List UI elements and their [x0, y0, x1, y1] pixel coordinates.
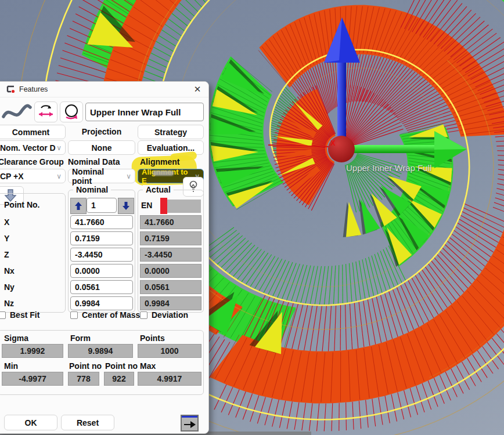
point-up-button[interactable] [70, 198, 87, 214]
row-label-nx: Nx [4, 266, 15, 276]
comment-label: Comment [12, 128, 50, 137]
none-button[interactable]: None [68, 140, 135, 155]
actual-nz-text: 0.9984 [145, 299, 170, 308]
ok-label: OK [25, 418, 37, 427]
actual-x-text: 41.7660 [145, 217, 174, 227]
point-labels-frame [0, 193, 66, 313]
actual-nx-value: 0.0000 [140, 264, 201, 278]
app-logo-icon [6, 85, 16, 93]
marker-smudge [153, 171, 174, 176]
extent-arrows-icon [37, 104, 55, 119]
ok-button[interactable]: OK [4, 415, 57, 430]
best-fit-label: Best Fit [10, 310, 39, 320]
none-label: None [92, 143, 112, 153]
en-gray-bar [167, 200, 201, 213]
deviation-label: Deviation [152, 310, 188, 320]
reset-button[interactable]: Reset [61, 415, 114, 430]
points-label: Points [140, 334, 165, 343]
close-curve-button[interactable] [60, 102, 83, 122]
pointno-label-2: Point no [105, 361, 138, 371]
row-label-z: Z [4, 250, 9, 259]
measure-extent-button[interactable] [34, 102, 57, 122]
row-label-x: X [4, 217, 9, 227]
actual-x-value: 41.7660 [140, 215, 201, 229]
actual-nx-text: 0.0000 [145, 266, 170, 276]
max-text: 4.9917 [157, 374, 182, 383]
point-no-label: Point No. [4, 200, 39, 209]
actual-z-value: -3.4450 [140, 248, 201, 262]
actual-ny-value: 0.0561 [140, 280, 201, 294]
pointno-1-value: 778 [68, 372, 99, 386]
nominal-y-value: 0.7159 [75, 234, 100, 243]
nominal-nz-value: 0.9984 [75, 299, 100, 308]
sigma-label: Sigma [4, 334, 28, 343]
max-label: Max [140, 361, 156, 371]
strategy-label: Strategy [154, 128, 187, 137]
points-text: 1000 [160, 346, 178, 356]
nom-vector-combo[interactable]: Nom. Vector D ∨ [0, 140, 66, 155]
nominal-y-field[interactable]: 0.7159 [70, 231, 133, 245]
clearance-group-combo[interactable]: CP +X ∨ [0, 169, 66, 183]
point-number-field[interactable]: 1 [87, 198, 117, 213]
right-arrow-icon [182, 418, 197, 432]
dialog-titlebar[interactable]: Features ✕ [0, 82, 208, 97]
next-page-button[interactable] [181, 415, 199, 432]
form-value: 9.9894 [68, 344, 133, 358]
sigma-text: 1.9992 [20, 346, 45, 356]
curve-feature-icon [2, 103, 32, 121]
chevron-down-icon: ∨ [56, 172, 62, 180]
rotate-circle-icon [63, 103, 80, 121]
row-label-y: Y [4, 234, 9, 243]
nominal-ny-field[interactable]: 0.0561 [70, 280, 133, 294]
nominal-nx-field[interactable]: 0.0000 [70, 264, 133, 278]
nominal-x-field[interactable]: 41.7660 [70, 215, 133, 229]
actual-y-text: 0.7159 [145, 234, 170, 243]
nominal-data-value: Nominal point [72, 167, 126, 186]
point-down-button[interactable] [118, 198, 134, 214]
min-text: -4.9977 [19, 374, 46, 383]
close-icon[interactable]: ✕ [191, 84, 204, 95]
point-number-value: 1 [91, 201, 96, 210]
min-value: -4.9977 [2, 372, 63, 386]
deviation-checkbox[interactable] [140, 311, 147, 319]
actual-legend: Actual [143, 185, 174, 194]
pointno-1-text: 778 [77, 374, 90, 383]
nominal-x-value: 41.7660 [75, 217, 105, 227]
nominal-nx-value: 0.0000 [75, 266, 100, 276]
nominal-nz-field[interactable]: 0.9984 [70, 296, 133, 310]
chevron-down-icon: ∨ [126, 172, 131, 180]
reset-label: Reset [77, 418, 99, 427]
evaluation-label: Evaluation... [147, 143, 195, 153]
en-label: EN [141, 201, 152, 210]
features-dialog: Features ✕ Upper Inner Wrap Full Comment… [0, 81, 209, 434]
pointno-label-1: Point no [69, 361, 102, 371]
max-value: 4.9917 [138, 372, 201, 386]
best-fit-checkbox[interactable] [0, 311, 6, 319]
nominal-data-combo[interactable]: Nominal point ∨ [68, 169, 135, 183]
clearance-group-label: Clearance Group [0, 157, 64, 166]
dialog-title: Features [19, 85, 48, 93]
chevron-down-icon: ∨ [56, 144, 62, 152]
strategy-button[interactable]: Strategy [138, 125, 204, 139]
axis-x-marker: X [330, 139, 336, 147]
pointno-2-text: 922 [112, 374, 125, 383]
center-of-mass-checkbox[interactable] [70, 311, 78, 319]
up-arrow-icon [74, 201, 82, 211]
alignment-label: Alignment [140, 157, 179, 166]
down-arrow-icon [122, 201, 130, 211]
comment-button[interactable]: Comment [0, 125, 66, 139]
row-label-nz: Nz [4, 299, 14, 308]
feature-label-3d: Upper Inner Wrap Full [346, 163, 431, 173]
sigma-value: 1.9992 [2, 344, 63, 358]
actual-ny-text: 0.0561 [145, 282, 170, 292]
row-label-ny: Ny [4, 282, 15, 292]
nominal-ny-value: 0.0561 [75, 282, 100, 292]
pointno-2-value: 922 [104, 372, 134, 386]
actual-y-value: 0.7159 [140, 231, 201, 245]
min-label: Min [4, 361, 18, 371]
nominal-z-field[interactable]: -3.4450 [70, 248, 133, 262]
feature-name-input[interactable]: Upper Inner Wrap Full [85, 103, 204, 121]
form-label: Form [70, 334, 91, 343]
projection-label: Projection [68, 127, 135, 136]
form-text: 9.9894 [88, 346, 113, 356]
